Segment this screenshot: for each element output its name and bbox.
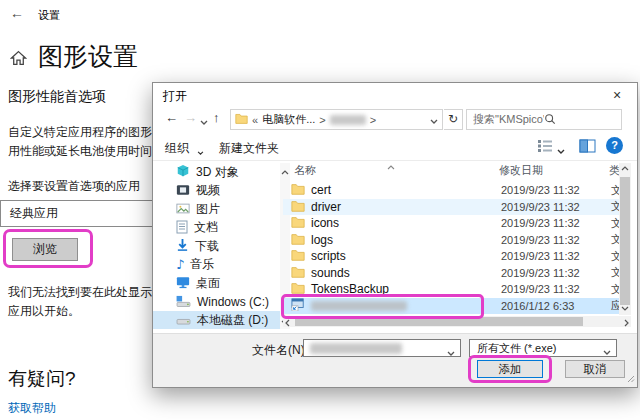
empty-state-line2: 应用以开始。	[8, 303, 80, 320]
address-bar[interactable]: « 电脑软件... > >	[230, 109, 443, 130]
video-icon	[176, 184, 190, 198]
scrollbar-thumb[interactable]	[620, 177, 630, 305]
document-icon	[176, 220, 188, 236]
breadcrumb-collapsed[interactable]: «	[252, 114, 258, 126]
chevron-down-icon[interactable]	[447, 346, 455, 358]
scroll-right-icon[interactable]	[624, 319, 629, 329]
description-line2: 用性能或延长电池使用时间	[8, 143, 152, 160]
question-heading: 有疑问?	[8, 366, 76, 392]
empty-state-line1: 我们无法找到要在此处显示	[8, 284, 152, 301]
picture-icon	[176, 203, 190, 216]
app-type-value: 经典应用	[10, 206, 58, 220]
sidebar-item-drive-c[interactable]: Windows (C:)	[153, 293, 280, 311]
breadcrumb-segment-redacted[interactable]	[330, 115, 366, 125]
get-help-link[interactable]: 获取帮助	[8, 400, 56, 417]
file-row-icons[interactable]: icons 2019/9/23 11:32 文	[283, 215, 619, 232]
sidebar-item-desktop[interactable]: 桌面	[153, 274, 280, 292]
column-header-name[interactable]: 名称	[294, 163, 316, 178]
windows-drive-icon	[176, 295, 191, 309]
description-line1: 自定义特定应用程序的图形	[8, 124, 152, 141]
sidebar-item-downloads[interactable]: 下载	[153, 237, 280, 255]
3d-cube-icon	[176, 164, 190, 180]
sidebar-item-documents[interactable]: 文档	[153, 219, 280, 237]
view-chevron-icon[interactable]	[557, 144, 565, 156]
organize-chevron-icon	[197, 145, 204, 157]
organize-button[interactable]: 组织	[165, 140, 189, 157]
refresh-icon[interactable]: ↻	[444, 109, 463, 130]
sort-ascending-icon	[387, 160, 395, 172]
file-row-driver[interactable]: driver 2019/9/23 11:32 文	[283, 199, 619, 216]
file-row-logs[interactable]: logs 2019/9/23 11:32 文	[283, 232, 619, 249]
view-details-icon[interactable]	[537, 139, 553, 155]
breadcrumb-segment[interactable]: 电脑软件...	[262, 112, 315, 127]
back-arrow-icon[interactable]: ←	[10, 6, 24, 20]
chevron-down-icon[interactable]	[603, 346, 611, 357]
sidebar-item-pictures[interactable]: 图片	[153, 200, 280, 218]
open-file-dialog: 打开 × ← → ↑ « 电脑软件... > > ↻ 搜索"KMSpico" 组…	[152, 82, 638, 388]
nav-up-icon[interactable]: ↑	[213, 111, 220, 124]
close-icon[interactable]: ×	[605, 85, 629, 105]
folder-icon	[235, 113, 248, 126]
address-dropdown-chevron-icon[interactable]	[430, 114, 438, 126]
settings-window-title: 设置	[38, 8, 60, 23]
selected-file-highlight-box	[281, 294, 484, 319]
folder-icon	[291, 249, 305, 263]
filetype-value: 所有文件 (*.exe)	[477, 342, 556, 354]
column-header-date-modified[interactable]: 修改日期	[499, 163, 543, 178]
download-icon	[176, 238, 189, 254]
folder-icon	[291, 200, 305, 214]
add-button-highlight-box	[468, 355, 552, 383]
filename-input[interactable]	[303, 339, 461, 357]
breadcrumb-separator: >	[319, 114, 325, 126]
folder-icon	[291, 233, 305, 247]
file-row-cert[interactable]: cert 2019/9/23 11:32 文	[283, 182, 619, 199]
folder-icon	[291, 183, 305, 197]
browse-highlight-box	[3, 229, 93, 268]
toolbar-separator	[153, 160, 637, 161]
scroll-left-icon[interactable]	[285, 319, 290, 329]
search-box[interactable]: 搜索"KMSpico"	[466, 109, 622, 130]
screen: { "settings": { "window_title": "设置", "p…	[0, 0, 640, 420]
help-icon[interactable]: ?	[606, 137, 623, 154]
choose-app-label: 选择要设置首选项的应用	[8, 178, 140, 195]
new-folder-button[interactable]: 新建文件夹	[219, 140, 279, 157]
file-list-vertical-scrollbar[interactable]	[619, 163, 631, 315]
scroll-up-icon[interactable]	[281, 165, 289, 177]
sidebar-item-music[interactable]: ♪ 音乐	[153, 256, 280, 274]
nav-history-chevron-icon[interactable]	[200, 115, 208, 127]
search-text: 搜索"KMSpico"	[473, 112, 544, 127]
file-row-scripts[interactable]: scripts 2019/9/23 11:32 文	[283, 248, 619, 265]
sidebar-item-videos[interactable]: 视频	[153, 182, 280, 200]
folder-icon	[291, 266, 305, 280]
filename-label: 文件名(N):	[252, 342, 308, 359]
folder-icon	[291, 216, 305, 230]
sidebar-item-3d-objects[interactable]: 3D 对象	[153, 163, 280, 181]
search-icon	[544, 113, 615, 127]
nav-back-icon[interactable]: ←	[165, 111, 178, 124]
resize-grip[interactable]	[627, 373, 635, 385]
cancel-button[interactable]: 取消	[565, 360, 625, 378]
app-type-dropdown[interactable]: 经典应用	[0, 200, 158, 227]
filename-value-redacted	[310, 343, 402, 354]
breadcrumb-separator-2: >	[370, 114, 376, 126]
sidebar-item-drive-d[interactable]: 本地磁盘 (D:)	[153, 311, 280, 329]
nav-forward-icon[interactable]: →	[184, 111, 197, 124]
graphics-pref-section-title: 图形性能首选项	[8, 88, 106, 106]
file-row-sounds[interactable]: sounds 2019/9/23 11:32 文	[283, 265, 619, 282]
page-title: 图形设置	[38, 40, 138, 73]
home-icon	[10, 50, 27, 68]
music-note-icon: ♪	[176, 258, 184, 271]
scroll-down-icon[interactable]	[621, 305, 629, 313]
drive-icon	[176, 313, 191, 327]
desktop-icon	[176, 276, 190, 291]
dialog-title: 打开	[163, 88, 187, 105]
scroll-up-icon[interactable]	[621, 165, 629, 173]
preview-pane-icon[interactable]	[579, 139, 596, 155]
